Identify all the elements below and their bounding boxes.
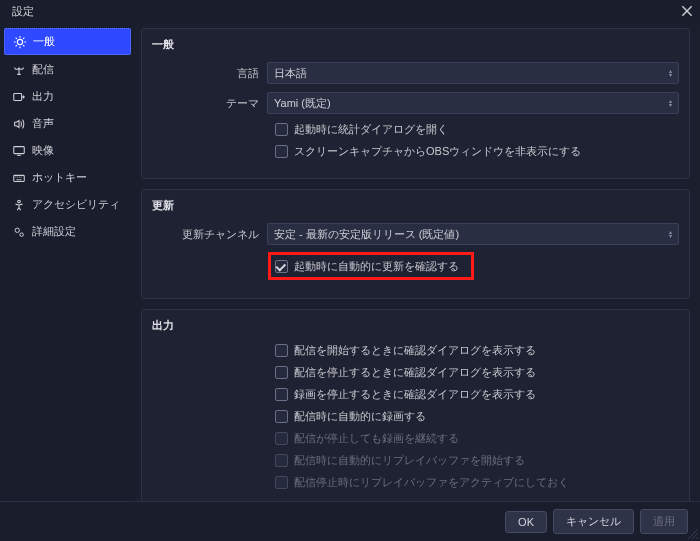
checkbox-label: 起動時に自動的に更新を確認する [294,259,459,274]
svg-point-7 [15,228,19,232]
checkbox-keep-record-on-stop: 配信が停止しても録画を継続する [275,431,679,446]
update-channel-value: 安定 - 最新の安定版リリース (既定値) [274,227,459,242]
sidebar-item-label: 一般 [33,34,55,49]
checkbox-label: 起動時に統計ダイアログを開く [294,122,448,137]
checkbox-icon[interactable] [275,260,288,273]
checkbox-icon [275,432,288,445]
checkbox-icon[interactable] [275,344,288,357]
checkbox-icon[interactable] [275,123,288,136]
checkbox-icon [275,454,288,467]
checkbox-label: スクリーンキャプチャからOBSウィンドウを非表示にする [294,144,581,159]
checkbox-auto-record[interactable]: 配信時に自動的に録画する [275,409,679,424]
gears-icon [12,225,26,239]
ok-button[interactable]: OK [505,511,547,533]
sidebar-item-advanced[interactable]: 詳細設定 [4,219,131,244]
title-bar: 設定 [0,0,700,22]
cancel-button[interactable]: キャンセル [553,509,634,534]
checkbox-label: 配信時に自動的にリプレイバッファを開始する [294,453,525,468]
section-title: 一般 [152,37,679,52]
apply-button: 適用 [640,509,688,534]
section-title: 出力 [152,318,679,333]
sidebar-item-output[interactable]: 出力 [4,84,131,109]
checkbox-label: 配信時に自動的に録画する [294,409,426,424]
checkbox-icon[interactable] [275,410,288,423]
checkbox-keep-replay-on-stop: 配信停止時にリプレイバッファをアクティブにしておく [275,475,679,490]
speaker-icon [12,117,26,131]
sidebar-item-label: 映像 [32,143,54,158]
section-title: 更新 [152,198,679,213]
dialog-footer: OK キャンセル 適用 [0,501,700,541]
svg-point-6 [18,200,21,203]
svg-rect-3 [14,93,22,100]
sidebar-item-audio[interactable]: 音声 [4,111,131,136]
svg-rect-4 [14,146,25,153]
section-output: 出力 配信を開始するときに確認ダイアログを表示する 配信を停止するときに確認ダイ… [141,309,690,501]
updown-icon: ▴▾ [669,99,672,107]
sidebar-item-general[interactable]: 一般 [4,28,131,55]
checkbox-hide-from-capture[interactable]: スクリーンキャプチャからOBSウィンドウを非表示にする [275,144,679,159]
update-channel-select[interactable]: 安定 - 最新の安定版リリース (既定値) ▴▾ [267,223,679,245]
svg-point-2 [17,39,22,44]
section-general: 一般 言語 日本語 ▴▾ テーマ Yami (既定) [141,28,690,179]
checkbox-confirm-start-stream[interactable]: 配信を開始するときに確認ダイアログを表示する [275,343,679,358]
sidebar-item-label: ホットキー [32,170,87,185]
checkbox-label: 配信停止時にリプレイバッファをアクティブにしておく [294,475,569,490]
update-channel-label: 更新チャンネル [152,227,267,242]
checkbox-auto-check-update[interactable]: 起動時に自動的に更新を確認する [275,259,459,274]
checkbox-confirm-stop-stream[interactable]: 配信を停止するときに確認ダイアログを表示する [275,365,679,380]
updown-icon: ▴▾ [669,230,672,238]
gear-icon [13,35,27,49]
updown-icon: ▴▾ [669,69,672,77]
theme-value: Yami (既定) [274,96,331,111]
sidebar-item-label: 出力 [32,89,54,104]
checkbox-confirm-stop-record[interactable]: 録画を停止するときに確認ダイアログを表示する [275,387,679,402]
checkbox-label: 配信が停止しても録画を継続する [294,431,459,446]
language-value: 日本語 [274,66,307,81]
section-update: 更新 更新チャンネル 安定 - 最新の安定版リリース (既定値) ▴▾ 起動時に… [141,189,690,299]
theme-select[interactable]: Yami (既定) ▴▾ [267,92,679,114]
person-icon [12,198,26,212]
svg-point-8 [20,232,24,236]
checkbox-icon[interactable] [275,366,288,379]
monitor-icon [12,144,26,158]
sidebar-item-label: アクセシビリティ [32,197,120,212]
checkbox-label: 録画を停止するときに確認ダイアログを表示する [294,387,536,402]
checkbox-icon [275,476,288,489]
antenna-icon [12,63,26,77]
keyboard-icon [12,171,26,185]
language-select[interactable]: 日本語 ▴▾ [267,62,679,84]
theme-label: テーマ [152,96,267,111]
checkbox-icon[interactable] [275,145,288,158]
language-label: 言語 [152,66,267,81]
close-icon[interactable] [680,4,694,18]
window-title: 設定 [12,4,34,19]
resize-grip-icon[interactable] [688,529,698,539]
checkbox-auto-replay-buffer: 配信時に自動的にリプレイバッファを開始する [275,453,679,468]
output-icon [12,90,26,104]
sidebar-item-label: 詳細設定 [32,224,76,239]
sidebar-item-hotkeys[interactable]: ホットキー [4,165,131,190]
checkbox-open-stats[interactable]: 起動時に統計ダイアログを開く [275,122,679,137]
svg-rect-5 [14,175,25,181]
sidebar-item-stream[interactable]: 配信 [4,57,131,82]
sidebar-item-label: 配信 [32,62,54,77]
settings-content[interactable]: 一般 言語 日本語 ▴▾ テーマ Yami (既定) [135,22,700,501]
sidebar-item-accessibility[interactable]: アクセシビリティ [4,192,131,217]
sidebar-item-video[interactable]: 映像 [4,138,131,163]
sidebar-item-label: 音声 [32,116,54,131]
highlight-auto-update: 起動時に自動的に更新を確認する [268,252,474,280]
checkbox-label: 配信を停止するときに確認ダイアログを表示する [294,365,536,380]
sidebar: 一般 配信 出力 音声 映像 ホットキー [0,22,135,501]
checkbox-icon[interactable] [275,388,288,401]
checkbox-label: 配信を開始するときに確認ダイアログを表示する [294,343,536,358]
